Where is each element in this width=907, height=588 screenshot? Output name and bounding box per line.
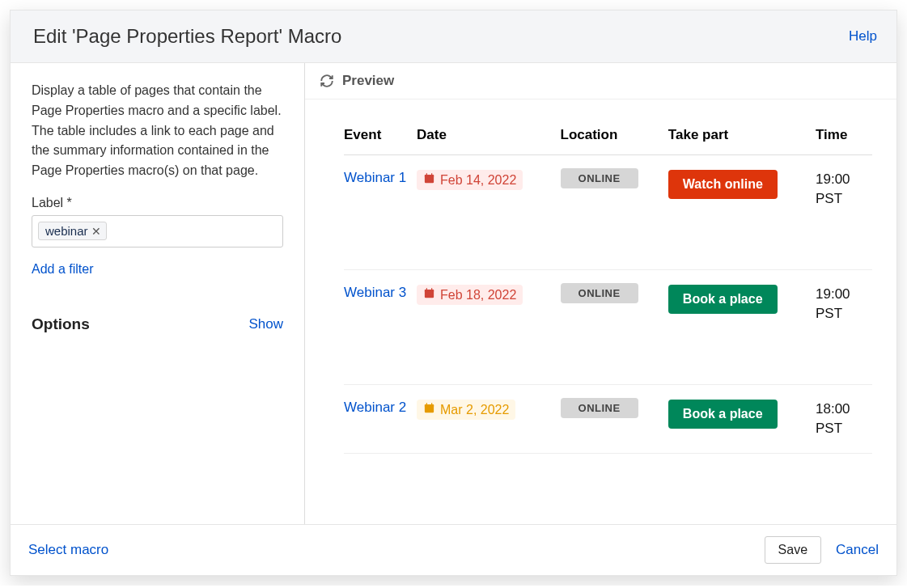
help-link[interactable]: Help [849,28,877,44]
label-tag: webinar ✕ [38,222,107,240]
label-tag-text: webinar [45,224,88,238]
location-badge: ONLINE [561,398,638,418]
table-row: Webinar 1Feb 14, 2022ONLINEWatch online1… [344,155,872,270]
macro-editor-dialog: Edit 'Page Properties Report' Macro Help… [10,10,897,576]
dialog-body: Display a table of pages that contain th… [11,63,896,524]
footer-actions: Save Cancel [765,536,879,564]
cancel-link[interactable]: Cancel [836,542,879,558]
col-date: Date [417,121,561,155]
select-macro-link[interactable]: Select macro [28,542,108,558]
time-cell: 19:00 PST [816,270,872,385]
show-options-link[interactable]: Show [248,316,283,332]
dialog-footer: Select macro Save Cancel [11,524,896,575]
time-cell: 19:00 PST [816,155,872,270]
label-input[interactable]: webinar ✕ [32,215,283,247]
date-badge: Feb 14, 2022 [417,170,523,190]
table-row: Webinar 2Mar 2, 2022ONLINEBook a place18… [344,385,872,454]
calendar-icon [423,172,435,188]
svg-rect-9 [425,404,434,407]
refresh-icon[interactable] [320,74,334,88]
col-time: Time [816,121,872,155]
add-filter-link[interactable]: Add a filter [32,262,93,277]
preview-title: Preview [342,73,394,89]
preview-content: Event Date Location Take part Time Webin… [305,99,896,524]
svg-rect-5 [425,290,434,292]
config-sidebar: Display a table of pages that contain th… [11,63,305,524]
take-part-button[interactable]: Book a place [668,400,778,429]
save-button[interactable]: Save [765,536,821,564]
report-table: Event Date Location Take part Time Webin… [344,121,872,454]
options-heading: Options [32,315,90,333]
col-take-part: Take part [668,121,816,155]
macro-description: Display a table of pages that contain th… [32,81,283,181]
time-cell: 18:00 PST [816,385,872,454]
dialog-header: Edit 'Page Properties Report' Macro Help [11,11,896,63]
location-badge: ONLINE [561,168,638,188]
label-field-label: Label * [32,196,283,210]
location-badge: ONLINE [561,283,638,303]
date-badge: Mar 2, 2022 [417,400,515,420]
col-event: Event [344,121,417,155]
svg-rect-1 [425,175,434,177]
dialog-title: Edit 'Page Properties Report' Macro [33,25,341,48]
options-section: Options Show [32,315,283,333]
event-link[interactable]: Webinar 2 [344,400,406,415]
calendar-icon [423,402,435,417]
date-badge: Feb 18, 2022 [417,285,523,305]
take-part-button[interactable]: Book a place [668,285,778,314]
remove-tag-icon[interactable]: ✕ [91,226,101,237]
event-link[interactable]: Webinar 3 [344,285,406,300]
calendar-icon [423,287,435,302]
preview-panel: Preview Event Date Location Take part Ti… [305,63,896,524]
col-location: Location [561,121,668,155]
event-link[interactable]: Webinar 1 [344,170,406,185]
preview-header: Preview [305,63,896,99]
table-row: Webinar 3Feb 18, 2022ONLINEBook a place1… [344,270,872,385]
take-part-button[interactable]: Watch online [668,170,778,199]
